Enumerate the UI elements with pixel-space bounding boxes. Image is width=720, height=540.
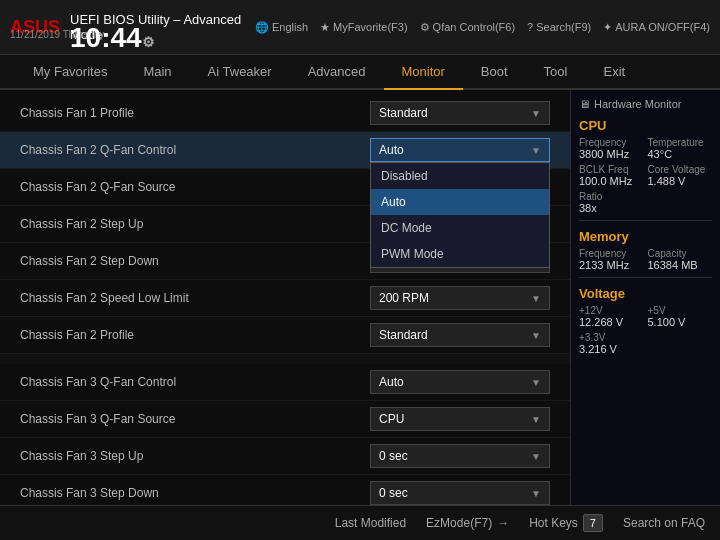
chassis-fan2-qfan-label: Chassis Fan 2 Q-Fan Control (20, 143, 370, 157)
chassis-fan2-qfan-select[interactable]: Auto ▼ (370, 138, 550, 162)
chassis-fan3-qfan-label: Chassis Fan 3 Q-Fan Control (20, 375, 370, 389)
navigation-bar: My Favorites Main Ai Tweaker Advanced Mo… (0, 55, 720, 90)
time-display: 10:44⚙ (70, 22, 155, 54)
dropdown-arrow-10: ▼ (531, 451, 541, 462)
dropdown-arrow: ▼ (531, 108, 541, 119)
ezmode-item[interactable]: EzMode(F7) → (426, 516, 509, 530)
ezmode-arrow-icon: → (497, 516, 509, 530)
language-icon[interactable]: 🌐 English (255, 21, 308, 34)
bottom-bar: Last Modified EzMode(F7) → Hot Keys 7 Se… (0, 505, 720, 540)
qfan-icon[interactable]: ⚙ Qfan Control(F6) (420, 21, 516, 34)
mem-capacity-label: Capacity 16384 MB (648, 248, 713, 271)
main-content: Chassis Fan 1 Profile Standard ▼ Chassis… (0, 90, 720, 505)
hw-divider-1 (579, 220, 712, 221)
chassis-fan2-speed-low-label: Chassis Fan 2 Speed Low Limit (20, 291, 370, 305)
cpu-corevoltage-label: Core Voltage 1.488 V (648, 164, 713, 187)
mem-freq-label: Frequency 2133 MHz (579, 248, 644, 271)
hw-monitor-title: 🖥 Hardware Monitor (579, 98, 712, 110)
nav-main[interactable]: Main (125, 54, 189, 89)
setting-chassis-fan3-qfan: Chassis Fan 3 Q-Fan Control Auto ▼ (0, 364, 570, 401)
nav-exit[interactable]: Exit (585, 54, 643, 89)
qfan-dropdown-menu: Disabled Auto DC Mode PWM Mode (370, 162, 550, 268)
chassis-fan3-source-select[interactable]: CPU ▼ (370, 407, 550, 431)
nav-ai-tweaker[interactable]: Ai Tweaker (190, 54, 290, 89)
dropdown-arrow-7: ▼ (531, 330, 541, 341)
setting-chassis-fan3-source: Chassis Fan 3 Q-Fan Source CPU ▼ (0, 401, 570, 438)
setting-chassis-fan2-profile: Chassis Fan 2 Profile Standard ▼ (0, 317, 570, 354)
voltage-stats: +12V 12.268 V +5V 5.100 V +3.3V 3.216 V (579, 305, 712, 355)
search-faq-item[interactable]: Search on FAQ (623, 516, 705, 530)
nav-advanced[interactable]: Advanced (290, 54, 384, 89)
hotkeys-label: Hot Keys (529, 516, 578, 530)
setting-chassis-fan3-step-down: Chassis Fan 3 Step Down 0 sec ▼ (0, 475, 570, 505)
ezmode-label[interactable]: EzMode(F7) (426, 516, 492, 530)
myfavorites-icon[interactable]: ★ MyFavorite(F3) (320, 21, 408, 34)
nav-tool[interactable]: Tool (526, 54, 586, 89)
chassis-fan3-qfan-select[interactable]: Auto ▼ (370, 370, 550, 394)
cpu-bclk-label: BCLK Freq 100.0 MHz (579, 164, 644, 187)
setting-chassis-fan3-step-up: Chassis Fan 3 Step Up 0 sec ▼ (0, 438, 570, 475)
setting-chassis-fan2-speed-low: Chassis Fan 2 Speed Low Limit 200 RPM ▼ (0, 280, 570, 317)
chassis-fan1-profile-select[interactable]: Standard ▼ (370, 101, 550, 125)
chassis-fan1-profile-label: Chassis Fan 1 Profile (20, 106, 370, 120)
v5-label: +5V 5.100 V (648, 305, 713, 328)
chassis-fan3-step-down-select[interactable]: 0 sec ▼ (370, 481, 550, 505)
last-modified-item: Last Modified (335, 516, 406, 530)
dropdown-dc-mode[interactable]: DC Mode (371, 215, 549, 241)
gear-icon-time: ⚙ (142, 34, 155, 50)
v12-label: +12V 12.268 V (579, 305, 644, 328)
search-faq-label[interactable]: Search on FAQ (623, 516, 705, 530)
chassis-fan2-step-up-label: Chassis Fan 2 Step Up (20, 217, 370, 231)
cpu-stats: Frequency 3800 MHz Temperature 43°C BCLK… (579, 137, 712, 214)
chassis-fan2-step-down-label: Chassis Fan 2 Step Down (20, 254, 370, 268)
voltage-section-title: Voltage (579, 286, 712, 301)
last-modified-label: Last Modified (335, 516, 406, 530)
dropdown-arrow-11: ▼ (531, 488, 541, 499)
aura-icon[interactable]: ✦ AURA ON/OFF(F4) (603, 21, 710, 34)
cpu-freq-label: Frequency 3800 MHz (579, 137, 644, 160)
setting-chassis-fan1-profile: Chassis Fan 1 Profile Standard ▼ (0, 95, 570, 132)
chassis-fan3-step-up-select[interactable]: 0 sec ▼ (370, 444, 550, 468)
chassis-fan2-profile-label: Chassis Fan 2 Profile (20, 328, 370, 342)
hotkeys-key[interactable]: 7 (583, 514, 603, 532)
chassis-fan2-source-label: Chassis Fan 2 Q-Fan Source (20, 180, 370, 194)
dropdown-auto[interactable]: Auto (371, 189, 549, 215)
memory-section-title: Memory (579, 229, 712, 244)
dropdown-arrow-8: ▼ (531, 377, 541, 388)
dropdown-disabled[interactable]: Disabled (371, 163, 549, 189)
memory-stats: Frequency 2133 MHz Capacity 16384 MB (579, 248, 712, 271)
monitor-icon: 🖥 (579, 98, 590, 110)
dropdown-arrow-6: ▼ (531, 293, 541, 304)
dropdown-arrow-9: ▼ (531, 414, 541, 425)
chassis-fan3-step-down-label: Chassis Fan 3 Step Down (20, 486, 370, 500)
setting-chassis-fan2-qfan: Chassis Fan 2 Q-Fan Control Auto ▼ Disab… (0, 132, 570, 169)
settings-divider (0, 354, 570, 364)
chassis-fan3-step-up-label: Chassis Fan 3 Step Up (20, 449, 370, 463)
top-icons: 🌐 English ★ MyFavorite(F3) ⚙ Qfan Contro… (255, 21, 710, 34)
v33-label: +3.3V 3.216 V (579, 332, 644, 355)
nav-boot[interactable]: Boot (463, 54, 526, 89)
chassis-fan2-profile-select[interactable]: Standard ▼ (370, 323, 550, 347)
chassis-fan3-source-label: Chassis Fan 3 Q-Fan Source (20, 412, 370, 426)
chassis-fan2-speed-low-select[interactable]: 200 RPM ▼ (370, 286, 550, 310)
nav-my-favorites[interactable]: My Favorites (15, 54, 125, 89)
hw-divider-2 (579, 277, 712, 278)
settings-panel: Chassis Fan 1 Profile Standard ▼ Chassis… (0, 90, 570, 505)
cpu-temp-label: Temperature 43°C (648, 137, 713, 160)
cpu-ratio-label: Ratio 38x (579, 191, 644, 214)
cpu-section-title: CPU (579, 118, 712, 133)
nav-monitor[interactable]: Monitor (384, 55, 463, 90)
search-icon[interactable]: ? Search(F9) (527, 21, 591, 33)
dropdown-pwm-mode[interactable]: PWM Mode (371, 241, 549, 267)
dropdown-arrow-2: ▼ (531, 145, 541, 156)
hotkeys-item[interactable]: Hot Keys 7 (529, 514, 603, 532)
hardware-monitor-panel: 🖥 Hardware Monitor CPU Frequency 3800 MH… (570, 90, 720, 505)
top-bar: ASUS UEFI BIOS Utility – Advanced Mode 🌐… (0, 0, 720, 55)
